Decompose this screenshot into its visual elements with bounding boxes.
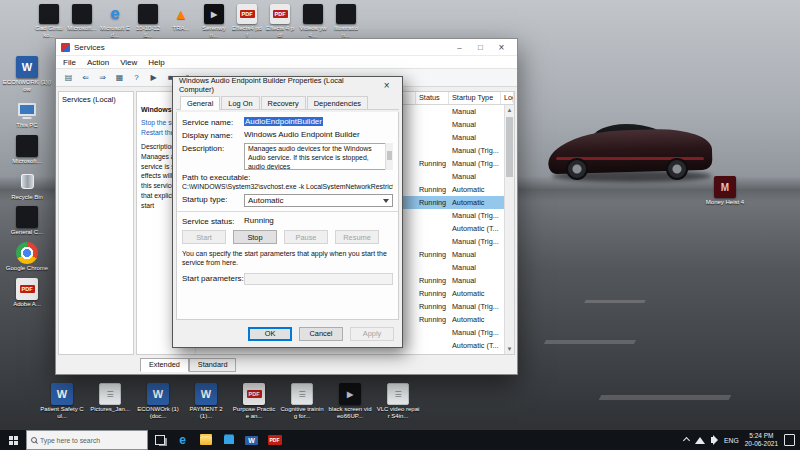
maximize-button[interactable] [470,40,491,55]
desktop-icon[interactable]: Pictures_Jan... [88,383,132,420]
description-scrollbar-thumb[interactable] [387,151,392,160]
taskbar-app-icon[interactable] [194,430,217,450]
desktop-icon-money-heist[interactable]: Money Heist 4 [700,176,750,206]
tab-extended[interactable]: Extended [140,358,189,372]
scroll-down-arrow[interactable]: ▼ [505,344,514,354]
cell-startup-type: Manual [449,107,501,116]
stop-button[interactable]: Stop [233,230,277,244]
desktop-icon[interactable]: Serenwyn... [199,4,229,39]
taskbar-app-icon[interactable] [171,430,194,450]
scrollbar-thumb[interactable] [506,117,513,177]
cancel-button[interactable]: Cancel [299,327,343,341]
desktop-icon[interactable]: Illustration... [331,4,361,39]
cell-startup-type: Manual [449,120,501,129]
taskbar-app-icon[interactable] [240,430,263,450]
tree-item-services-local[interactable]: Services (Local) [62,95,116,104]
toolbar-icon[interactable]: ▤ [61,71,76,85]
taskbar-clock[interactable]: 5:24 PM 20-06-2021 [745,432,778,448]
desktop-icon-image [171,4,191,24]
column-header-log-on-as[interactable]: Log [501,92,514,104]
desktop-icon[interactable]: PAYMENT 2 (1)... [184,383,228,420]
desktop-icon-image [99,383,121,405]
tab-standard[interactable]: Standard [189,358,237,372]
resume-button[interactable]: Resume [335,230,379,244]
desktop-icon[interactable]: Effects 4 pdf [265,4,295,39]
tab-dependencies[interactable]: Dependencies [307,96,368,110]
desktop-icon[interactable]: Microsoft Ed... [100,4,130,39]
desktop-icon[interactable]: Microsoft... [2,135,52,165]
volume-icon[interactable] [711,437,715,443]
desktop-icon[interactable]: Patient Safety Cul... [40,383,84,420]
close-button[interactable] [491,40,512,55]
desktop-icon-image [195,383,217,405]
general-tab-page: Service name: AudioEndpointBuilder Displ… [176,112,399,320]
dialog-close-button[interactable] [377,78,396,92]
desktop-icon[interactable]: Adobe A... [2,278,52,308]
desktop-icon[interactable]: TRA... [166,4,196,39]
desktop-icons-top-row: Gad Gintuko... Microsoft... Microsoft Ed… [34,4,361,39]
tab-recovery[interactable]: Recovery [261,96,306,110]
toolbar-icon[interactable]: ? [129,71,144,85]
menu-help[interactable]: Help [148,58,164,67]
desktop-icon-label: ECONWOrk (1) (doc... [136,406,180,420]
taskbar-app-icon[interactable] [263,430,286,450]
description-field[interactable]: Manages audio devices for the Windows Au… [244,143,393,170]
taskbar-app-icon[interactable] [217,430,240,450]
desktop-icon[interactable]: Effects4 pdf [232,4,262,39]
desktop-icon[interactable]: Microsoft... [67,4,97,39]
divider [177,211,398,212]
cell-status: Running [416,315,449,324]
taskbar-search[interactable]: Type here to search [26,430,148,450]
start-button[interactable]: Start [182,230,226,244]
apply-button[interactable]: Apply [350,327,394,341]
desktop-icon[interactable]: black screen video66UP... [328,383,372,420]
toolbar-icon[interactable]: ⇐ [78,71,93,85]
desktop-icon[interactable]: This PC [2,99,52,129]
start-button[interactable] [0,430,26,450]
desktop-icon[interactable]: ECONWOrk (1) (doc... [136,383,180,420]
start-parameters-hint: You can specify the start parameters tha… [182,249,393,268]
action-center-icon[interactable] [784,434,795,446]
toolbar-icon[interactable]: ▶ [146,71,161,85]
column-header-status[interactable]: Status [416,92,449,104]
start-parameters-input[interactable] [244,273,393,285]
hidden-icons-chevron-icon[interactable] [683,436,690,443]
pause-button[interactable]: Pause [284,230,328,244]
desktop-icon-label: This PC [2,122,52,129]
service-name-value[interactable]: AudioEndpointBuilder [244,117,323,126]
desktop-icon[interactable]: 10-10-12 &... [133,4,163,39]
tab-general[interactable]: General [180,96,220,110]
menu-action[interactable]: Action [87,58,109,67]
cell-status: Running [416,250,449,259]
column-header-startup-type[interactable]: Startup Type [449,92,501,104]
desktop-icon-image [16,171,38,193]
desktop-icon[interactable]: Recycle Bin [2,171,52,201]
vertical-scrollbar[interactable]: ▲ ▼ [504,105,514,354]
desktop-icon[interactable]: VLC video repair S4in... [376,383,420,420]
desktop-icon[interactable]: Google Chrome [2,242,52,272]
ok-button[interactable]: OK [248,327,292,341]
language-indicator[interactable]: ENG [724,437,739,444]
desktop-icon-label: TRA... [166,25,196,32]
taskbar-app-icon[interactable] [148,430,171,450]
scroll-up-arrow[interactable]: ▲ [505,105,514,115]
desktop-icon[interactable]: Cognitive training for... [280,383,324,420]
desktop-icon[interactable]: Gad Gintuko... [34,4,64,39]
toolbar-icon[interactable]: ▦ [112,71,127,85]
description-scrollbar[interactable] [385,143,393,170]
tab-log-on[interactable]: Log On [221,96,259,110]
desktop-icon[interactable]: General C... [2,206,52,236]
startup-type-label: Startup type: [182,194,244,204]
menu-file[interactable]: File [63,58,76,67]
desktop-icon[interactable]: Purpose Practice an... [232,383,276,420]
network-icon[interactable] [695,437,705,444]
minimize-button[interactable] [449,40,470,55]
dialog-footer: OK Cancel Apply [173,320,402,347]
description-label: Description: [182,143,244,153]
desktop-icon[interactable]: ECONWORK (1)(low [2,56,52,93]
menu-view[interactable]: View [120,58,137,67]
startup-type-dropdown[interactable]: Automatic [244,194,393,207]
desktop-icon[interactable]: Videos yw 4... [298,4,328,39]
toolbar-icon[interactable]: ⇒ [95,71,110,85]
road-marking [599,395,732,400]
